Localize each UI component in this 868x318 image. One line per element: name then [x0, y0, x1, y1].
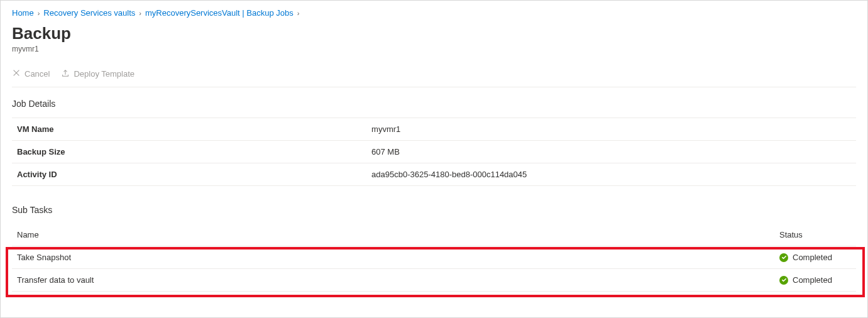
- chevron-right-icon: ›: [297, 9, 300, 17]
- task-name: Take Snapshot: [12, 246, 774, 269]
- sub-tasks-table: Name Status Take Snapshot C: [12, 224, 856, 292]
- deploy-template-button[interactable]: Deploy Template: [61, 69, 135, 79]
- backup-size-value: 607 MB: [366, 141, 856, 163]
- column-status: Status: [774, 224, 856, 246]
- activity-id-value: ada95cb0-3625-4180-bed8-000c114da045: [366, 163, 856, 186]
- table-row: Take Snapshot Completed: [12, 246, 856, 269]
- page-subtitle: myvmr1: [12, 45, 856, 53]
- table-row: Backup Size 607 MB: [12, 141, 856, 163]
- check-circle-icon: [779, 253, 788, 262]
- vm-name-label: VM Name: [12, 118, 366, 141]
- check-circle-icon: [779, 276, 788, 285]
- table-row: VM Name myvmr1: [12, 118, 856, 141]
- activity-id-label: Activity ID: [12, 163, 366, 186]
- toolbar: Cancel Deploy Template: [12, 63, 856, 87]
- chevron-right-icon: ›: [139, 9, 141, 17]
- breadcrumb-vaults[interactable]: Recovery Services vaults: [43, 8, 135, 18]
- backup-size-label: Backup Size: [12, 141, 366, 163]
- status-badge: Completed: [779, 275, 851, 285]
- upload-icon: [61, 69, 70, 79]
- sub-tasks-header: Sub Tasks: [12, 205, 856, 215]
- cancel-label: Cancel: [25, 69, 50, 79]
- cancel-button[interactable]: Cancel: [12, 69, 50, 79]
- task-name: Transfer data to vault: [12, 269, 774, 292]
- close-icon: [12, 69, 21, 79]
- page-title: Backup: [12, 24, 856, 43]
- status-text: Completed: [793, 275, 832, 285]
- column-name: Name: [12, 224, 774, 246]
- job-details-header: Job Details: [12, 99, 856, 109]
- chevron-right-icon: ›: [38, 9, 40, 17]
- breadcrumb-home[interactable]: Home: [12, 8, 34, 18]
- status-badge: Completed: [779, 253, 851, 262]
- breadcrumb-backup-jobs[interactable]: myRecoveryServicesVault | Backup Jobs: [145, 8, 294, 18]
- table-row: Transfer data to vault Completed: [12, 269, 856, 292]
- table-row: Activity ID ada95cb0-3625-4180-bed8-000c…: [12, 163, 856, 186]
- vm-name-value: myvmr1: [366, 118, 856, 141]
- job-details-table: VM Name myvmr1 Backup Size 607 MB Activi…: [12, 118, 856, 186]
- deploy-label: Deploy Template: [74, 69, 135, 79]
- breadcrumb: Home › Recovery Services vaults › myReco…: [12, 8, 856, 18]
- status-text: Completed: [793, 253, 832, 262]
